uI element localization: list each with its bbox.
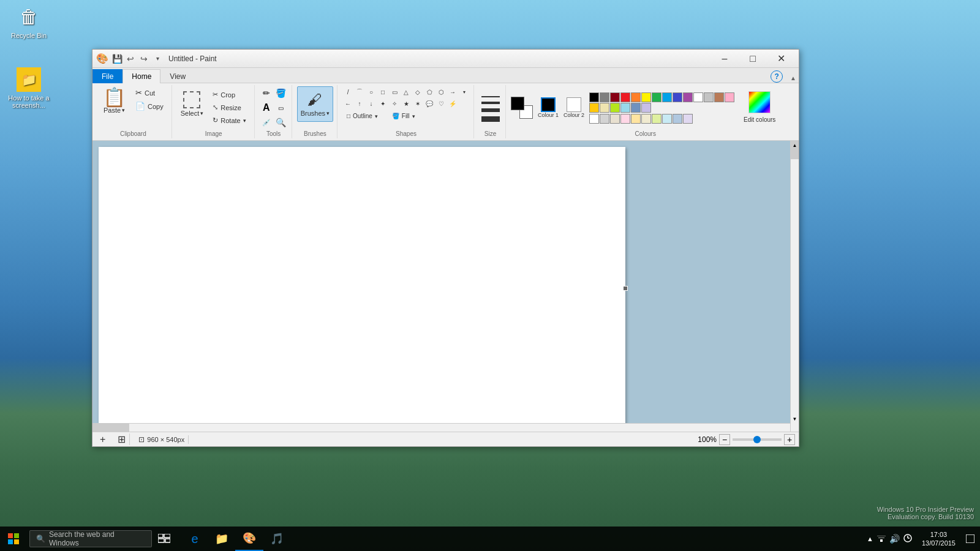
shape-diamond[interactable]: ◇ [412, 86, 423, 97]
color-swatch-#ffffff[interactable] [693, 92, 703, 102]
tab-view[interactable]: View [160, 69, 195, 83]
notification-button[interactable] [960, 527, 980, 551]
undo-button[interactable]: ↩ [124, 53, 137, 65]
size-2[interactable] [481, 102, 500, 104]
start-button[interactable] [0, 527, 27, 551]
color-swatch-#00a2e8[interactable] [662, 92, 672, 102]
color-swatch-#c3c3c3[interactable] [704, 92, 714, 102]
tray-arrow-up[interactable]: ▲ [867, 535, 873, 542]
size-4[interactable] [481, 116, 500, 122]
zoom-in-button[interactable]: + [784, 434, 795, 445]
pencil-tool[interactable]: ✏ [260, 86, 273, 100]
colour2-selector[interactable]: Colour 2 [564, 97, 584, 118]
minimize-button[interactable]: – [710, 50, 739, 68]
shape-triangle[interactable]: △ [401, 86, 412, 97]
color-swatch-#ed1c24[interactable] [620, 92, 630, 102]
taskbar-explorer-icon[interactable]: 📁 [208, 527, 235, 551]
magnifier-tool[interactable]: 🔍 [274, 116, 288, 129]
taskbar-clock[interactable]: 17:03 13/07/2015 [917, 530, 960, 548]
zoom-slider[interactable] [733, 438, 782, 441]
color-swatch-2-#ffffff[interactable] [589, 114, 599, 124]
zoom-out-button[interactable]: − [719, 434, 730, 445]
scroll-thumb-h[interactable] [92, 424, 129, 432]
colour1-selector[interactable]: Colour 1 [538, 97, 559, 118]
color-swatch-2-#d3d3d3[interactable] [600, 114, 609, 124]
fill-tool[interactable]: 🪣 [274, 86, 288, 100]
color-swatch-#ff7f27[interactable] [631, 92, 641, 102]
desktop-icon-howto[interactable]: 📁 How to take a screensh... [7, 67, 50, 109]
shape-lightning[interactable]: ⚡ [447, 98, 458, 109]
color-swatch-2-#dff0a0[interactable] [652, 114, 662, 124]
color-swatch-#7092be[interactable] [631, 103, 641, 113]
tab-home[interactable]: Home [123, 69, 160, 83]
color-swatch-2-#ffe4a0[interactable] [631, 114, 641, 124]
tray-sound-icon[interactable]: 🔊 [889, 534, 900, 544]
fill-button[interactable]: 🪣 Fill ▾ [388, 111, 420, 121]
rotate-button[interactable]: ↻ Rotate ▾ [208, 114, 250, 126]
help-button[interactable]: ? [771, 70, 783, 83]
desktop-icon-recycle-bin[interactable]: 🗑 Recycle Bin [7, 5, 50, 39]
taskbar-app-4[interactable]: 🎵 [263, 527, 290, 551]
size-1[interactable] [481, 96, 500, 97]
color-swatch-#3f48cc[interactable] [673, 92, 682, 102]
shape-curve[interactable]: ⌒ [354, 86, 365, 97]
shape-star5[interactable]: ★ [401, 98, 412, 109]
text-tool[interactable]: A [260, 101, 273, 114]
color-swatch-#b5e61d[interactable] [610, 103, 620, 113]
shape-rect[interactable]: □ [377, 86, 388, 97]
color-swatch-#ffc90e[interactable] [589, 103, 599, 113]
color-swatch-#000000[interactable] [589, 92, 599, 102]
color-swatch-#880015[interactable] [610, 92, 620, 102]
maximize-button[interactable]: □ [739, 50, 767, 68]
canvas[interactable] [99, 147, 625, 430]
quick-access-dropdown[interactable]: ▾ [151, 53, 164, 65]
eraser-tool[interactable]: ▭ [274, 101, 288, 114]
horizontal-scrollbar[interactable] [92, 423, 790, 432]
select-button[interactable]: Select ▾ [177, 86, 208, 122]
cut-button[interactable]: ✂ Cut [131, 86, 168, 99]
color-swatch-2-#f0ead0[interactable] [641, 114, 651, 124]
color-swatch-2-#b0c8e0[interactable] [673, 114, 682, 124]
color-swatch-#c8bfe7[interactable] [641, 103, 651, 113]
color-swatch-#b97a57[interactable] [714, 92, 724, 102]
scroll-down-btn[interactable]: ▼ [791, 414, 799, 423]
size-3[interactable] [481, 108, 500, 112]
shape-star6[interactable]: ✶ [412, 98, 423, 109]
color-swatch-#efe4b0[interactable] [600, 103, 609, 113]
shape-pentagon[interactable]: ⬠ [424, 86, 435, 97]
shape-arrow-r[interactable]: → [447, 86, 458, 97]
ribbon-collapse-button[interactable]: ▲ [788, 73, 799, 83]
quick-save-button[interactable]: 💾 [111, 53, 123, 65]
shapes-more[interactable]: ▾ [459, 86, 470, 97]
color-swatch-#99d9ea[interactable] [620, 103, 630, 113]
shape-rounded-rect[interactable]: ▭ [389, 86, 400, 97]
outline-button[interactable]: □ Outline ▾ [342, 111, 382, 121]
shape-line[interactable]: / [342, 86, 353, 97]
shape-arrow-u[interactable]: ↑ [354, 98, 365, 109]
taskbar-paint-button[interactable]: 🎨 [235, 527, 263, 551]
paste-button[interactable]: 📋 Paste ▾ [99, 86, 130, 116]
primary-color-swatch[interactable] [511, 97, 524, 110]
crop-button[interactable]: ✂ Crop [208, 89, 250, 100]
shape-arrow-d[interactable]: ↓ [366, 98, 377, 109]
color-swatch-#22b14c[interactable] [652, 92, 662, 102]
task-view-button[interactable] [152, 527, 176, 551]
shape-heart[interactable]: ♡ [435, 98, 447, 109]
tab-file[interactable]: File [92, 69, 123, 83]
shape-hexagon[interactable]: ⬡ [435, 86, 447, 97]
color-swatch-2-#e0d8f0[interactable] [683, 114, 693, 124]
canvas-resize-handle-r[interactable] [623, 286, 628, 291]
color-picker-tool[interactable]: 💉 [260, 116, 273, 129]
vertical-scrollbar[interactable]: ▼ ▲ [790, 141, 799, 432]
color-swatch-2-#e8e0d0[interactable] [610, 114, 620, 124]
shape-callout[interactable]: 💬 [424, 98, 435, 109]
copy-button[interactable]: 📄 Copy [131, 100, 168, 113]
taskbar-edge-icon[interactable]: e [181, 527, 208, 551]
tray-network-icon[interactable] [877, 534, 886, 544]
resize-button[interactable]: ⤡ Resize [208, 102, 250, 113]
color-swatch-2-#c8eaf4[interactable] [662, 114, 672, 124]
close-button[interactable]: ✕ [767, 50, 795, 68]
zoom-add-button[interactable]: + [96, 434, 109, 445]
edit-colors-button[interactable]: Edit colours [739, 114, 780, 125]
brushes-button[interactable]: 🖌 Brushes ▾ [297, 86, 333, 122]
